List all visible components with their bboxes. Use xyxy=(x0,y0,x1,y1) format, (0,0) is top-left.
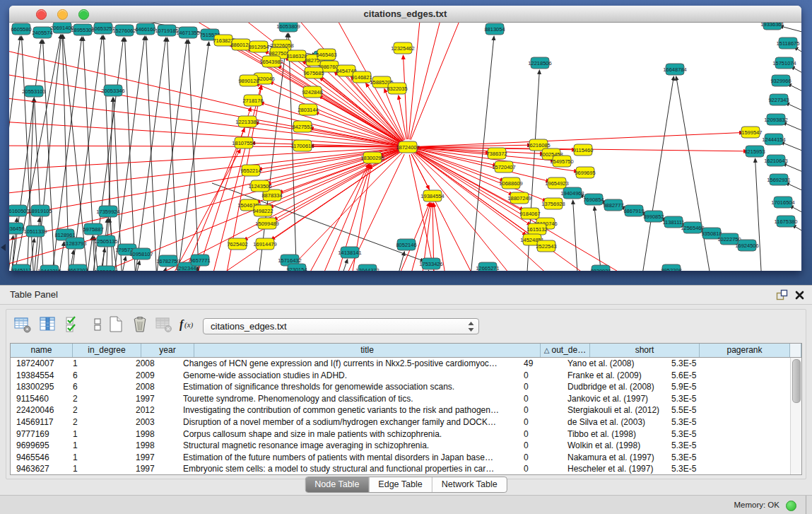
table-cell[interactable]: 49 xyxy=(518,358,562,370)
table-cell[interactable]: 1997 xyxy=(130,452,177,464)
graph-node[interactable]: 18807249 xyxy=(507,192,531,204)
graph-node[interactable]: 19654923 xyxy=(545,177,568,189)
graph-node[interactable]: 8912954 xyxy=(248,41,269,52)
table-cell[interactable]: 1 xyxy=(67,452,130,464)
new-table-icon[interactable] xyxy=(106,315,126,335)
table-cell[interactable]: 1998 xyxy=(130,440,177,452)
table-row[interactable]: 946362711997Embryonic stem cells: a mode… xyxy=(11,463,801,475)
table-cell[interactable]: Hescheler et al. (1997) xyxy=(562,463,666,475)
delete-table-icon[interactable] xyxy=(154,315,174,335)
graph-node[interactable]: 2522543 xyxy=(536,240,556,252)
table-cell[interactable]: 2009 xyxy=(130,370,177,382)
tab-edge-table[interactable]: Edge Table xyxy=(368,477,431,492)
table-cell[interactable]: Dudbridge et al. (2008) xyxy=(562,381,666,393)
graph-node[interactable]: 19336361 xyxy=(760,23,784,30)
collapse-panel-arrow-icon[interactable] xyxy=(1,244,6,251)
graph-node[interactable]: 16924506 xyxy=(735,240,758,251)
graph-node[interactable]: 18919105 xyxy=(28,205,52,216)
graph-node[interactable]: 7386372 xyxy=(486,148,507,159)
table-cell[interactable]: 6 xyxy=(67,370,130,382)
graph-node[interactable]: 15692931 xyxy=(767,174,790,185)
graph-node[interactable]: 12665271 xyxy=(476,262,499,271)
graph-node[interactable]: 10442215 xyxy=(37,265,61,271)
table-cell[interactable]: Genome-wide association studies in ADHD. xyxy=(177,370,518,382)
table-cell[interactable]: 5.3E-5 xyxy=(666,416,751,428)
graph-node[interactable]: 18724007 xyxy=(396,141,419,153)
graph-node[interactable]: 9699695 xyxy=(575,167,595,178)
table-cell[interactable]: 5.6E-5 xyxy=(666,370,751,382)
graph-node[interactable]: 8052146 xyxy=(396,239,416,250)
column-header[interactable]: title xyxy=(194,344,541,357)
table-cell[interactable]: Investigating the contribution of common… xyxy=(177,404,518,416)
graph-node[interactable]: 12218506 xyxy=(528,57,551,69)
graph-node[interactable]: 17016504 xyxy=(771,197,794,208)
graph-node[interactable]: 6605580 xyxy=(11,23,31,35)
graph-node[interactable]: 19404968 xyxy=(560,187,584,199)
graph-node[interactable]: 2405574 xyxy=(32,27,52,38)
table-cell[interactable]: Estimation of significance thresholds fo… xyxy=(177,381,518,393)
table-cell[interactable]: 9115460 xyxy=(11,393,67,405)
graph-node[interactable]: 9345112 xyxy=(11,264,32,271)
table-cell[interactable]: 2 xyxy=(67,393,130,405)
graph-node[interactable]: 6867919 xyxy=(623,205,644,216)
table-cell[interactable]: 0 xyxy=(518,463,562,475)
graph-node[interactable]: 10511339 xyxy=(24,226,47,237)
show-columns-icon[interactable] xyxy=(38,315,58,335)
table-row[interactable]: 1872400712008Changes of HCN gene express… xyxy=(11,358,801,370)
table-cell[interactable]: 5.3E-5 xyxy=(666,358,751,370)
graph-node[interactable]: 15495750 xyxy=(550,156,573,167)
table-cell[interactable]: Franke et al. (2009) xyxy=(562,370,666,382)
table-cell[interactable]: Tourette syndrome. Phenomenology and cla… xyxy=(177,393,518,405)
graph-node[interactable]: 17533426 xyxy=(419,258,442,269)
graph-node[interactable]: 9952208 xyxy=(661,264,681,271)
table-row[interactable]: 2242004622012Investigating the contribut… xyxy=(11,404,801,416)
network-window-titlebar[interactable]: citations_edges.txt xyxy=(9,6,801,23)
graph-node[interactable]: 11550247 xyxy=(95,266,118,271)
graph-node[interactable]: 8215953 xyxy=(744,146,765,157)
graph-node[interactable]: 8839921 xyxy=(590,265,611,271)
graph-node[interactable]: 9552214 xyxy=(240,165,261,176)
graph-node[interactable]: 9230154 xyxy=(286,264,307,271)
graph-node[interactable]: 8186328 xyxy=(286,50,307,62)
graph-node[interactable]: 9146821 xyxy=(351,71,372,83)
table-cell[interactable]: Yano et al. (2008) xyxy=(562,358,666,370)
table-cell[interactable]: 1997 xyxy=(130,393,177,405)
table-cell[interactable]: Disruption of a novel member of a sodium… xyxy=(177,416,518,428)
table-cell[interactable]: 2008 xyxy=(130,358,177,370)
graph-node[interactable]: 15099489 xyxy=(255,218,278,229)
graph-node[interactable]: 10719185 xyxy=(155,25,178,36)
table-cell[interactable]: 19384554 xyxy=(11,370,67,382)
table-cell[interactable]: 0 xyxy=(518,370,562,382)
float-panel-icon[interactable] xyxy=(775,288,788,301)
table-cell[interactable]: Wolkin et al. (1998) xyxy=(562,440,666,452)
column-header[interactable]: pagerank xyxy=(700,344,790,357)
graph-node[interactable]: 9115460 xyxy=(573,144,594,156)
graph-node[interactable]: 9329966 xyxy=(770,75,791,86)
table-row[interactable]: 1456911722003Disruption of a novel membe… xyxy=(11,416,801,428)
column-header[interactable]: △out_de… xyxy=(541,344,590,357)
table-cell[interactable]: 18724007 xyxy=(11,358,67,370)
graph-node[interactable]: 16210643 xyxy=(764,155,787,166)
table-row[interactable]: 977716911998Corpus callosum shape and si… xyxy=(11,428,801,440)
graph-node[interactable]: 9657771 xyxy=(189,255,210,266)
table-cell[interactable]: 6 xyxy=(67,381,130,393)
graph-node[interactable]: 12444154 xyxy=(762,134,785,145)
graph-node[interactable]: 9498222 xyxy=(252,205,273,216)
vertical-scrollbar[interactable] xyxy=(790,358,801,474)
graph-node[interactable]: 16648784 xyxy=(663,64,686,75)
graph-node[interactable]: 9675685 xyxy=(303,67,324,78)
graph-node[interactable]: 9882777 xyxy=(603,199,623,211)
graph-node[interactable]: 12505135 xyxy=(94,235,117,247)
graph-node[interactable]: 7625402 xyxy=(227,238,247,250)
table-cell[interactable]: 5.9E-5 xyxy=(666,381,751,393)
table-cell[interactable]: 5.3E-5 xyxy=(666,393,751,405)
graph-node[interactable]: 11700618 xyxy=(291,140,314,151)
graph-node[interactable]: 11243506 xyxy=(249,180,272,192)
table-cell[interactable]: 1 xyxy=(67,440,130,452)
graph-node[interactable]: 26160503 xyxy=(9,205,30,216)
graph-node[interactable]: 5465463 xyxy=(316,49,336,60)
graph-node[interactable]: 8813054 xyxy=(484,23,505,35)
graph-node[interactable]: 10958107 xyxy=(129,248,153,259)
table-cell[interactable]: 1 xyxy=(67,358,130,370)
graph-node[interactable]: 8667203 xyxy=(67,264,88,271)
